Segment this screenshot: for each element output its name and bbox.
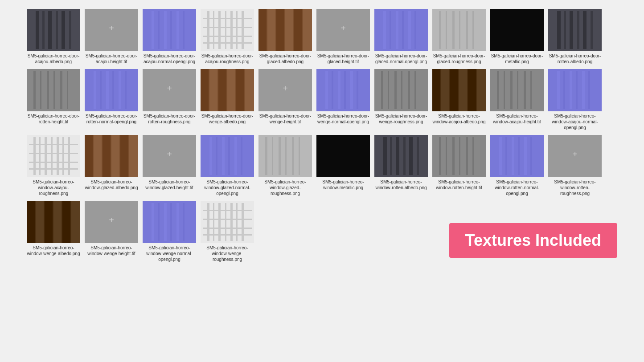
svg-rect-37 bbox=[374, 9, 428, 51]
texture-label: SM5-galician-horreo-door-acajou-roughnes… bbox=[201, 53, 254, 65]
svg-rect-141 bbox=[209, 137, 212, 175]
texture-label: SM5-galician-horreo-window-rotten-albedo… bbox=[374, 179, 428, 191]
svg-rect-153 bbox=[299, 137, 300, 175]
texture-item: SM5-galician-horreo-door-acajou-normal-o… bbox=[143, 9, 196, 65]
svg-rect-170 bbox=[499, 137, 502, 175]
texture-thumbnail bbox=[374, 135, 428, 177]
svg-rect-181 bbox=[45, 201, 53, 243]
texture-item: SM5-galician-horreo-window-glazed-normal… bbox=[201, 135, 254, 196]
svg-text:+: + bbox=[167, 83, 172, 93]
texture-item: SM5-galician-horreo-door-wenge-roughness… bbox=[374, 69, 428, 130]
svg-rect-108 bbox=[510, 71, 513, 109]
svg-rect-79 bbox=[227, 69, 235, 111]
svg-rect-191 bbox=[170, 203, 172, 241]
svg-rect-10 bbox=[152, 11, 154, 49]
svg-rect-143 bbox=[222, 137, 225, 175]
svg-rect-184 bbox=[71, 201, 80, 243]
texture-thumbnail bbox=[27, 201, 80, 243]
texture-item: SM5-galician-horreo-door-acajou-roughnes… bbox=[201, 9, 254, 65]
svg-rect-188 bbox=[152, 203, 154, 241]
svg-rect-42 bbox=[408, 11, 411, 49]
texture-thumbnail bbox=[201, 135, 254, 177]
svg-rect-92 bbox=[381, 71, 383, 109]
texture-thumbnail bbox=[201, 201, 254, 243]
textures-included-banner: Textures Included bbox=[449, 223, 617, 258]
texture-thumbnail bbox=[374, 9, 428, 51]
svg-rect-80 bbox=[236, 69, 244, 111]
texture-thumbnail bbox=[258, 9, 312, 51]
svg-rect-167 bbox=[466, 137, 468, 175]
svg-rect-115 bbox=[570, 71, 572, 109]
svg-rect-34 bbox=[303, 9, 312, 51]
svg-rect-169 bbox=[490, 135, 544, 177]
svg-rect-27 bbox=[203, 42, 252, 44]
svg-rect-134 bbox=[103, 135, 111, 177]
svg-rect-149 bbox=[272, 137, 273, 175]
texture-thumbnail bbox=[548, 9, 602, 51]
svg-rect-175 bbox=[530, 137, 532, 175]
svg-rect-192 bbox=[176, 203, 179, 241]
svg-rect-104 bbox=[477, 69, 486, 111]
texture-thumbnail bbox=[201, 9, 254, 51]
texture-item: + SM5-galician-horreo-window-wenge-heigh… bbox=[85, 201, 138, 262]
texture-thumbnail bbox=[316, 135, 370, 177]
svg-rect-69 bbox=[106, 71, 109, 109]
svg-rect-30 bbox=[267, 9, 275, 51]
svg-rect-183 bbox=[62, 201, 70, 243]
svg-rect-137 bbox=[129, 135, 138, 177]
texture-label: SM5-galician-horreo-window-acajou-height… bbox=[490, 113, 544, 125]
texture-thumbnail bbox=[27, 69, 80, 111]
svg-rect-96 bbox=[408, 71, 410, 109]
svg-rect-68 bbox=[100, 71, 102, 109]
svg-rect-166 bbox=[459, 137, 460, 175]
texture-thumbnail bbox=[258, 135, 312, 177]
texture-thumbnail bbox=[201, 69, 254, 111]
svg-rect-165 bbox=[452, 137, 455, 175]
svg-rect-50 bbox=[472, 11, 474, 49]
svg-rect-5 bbox=[62, 11, 65, 49]
texture-thumbnail: + bbox=[548, 135, 602, 177]
svg-rect-154 bbox=[316, 135, 370, 177]
texture-thumbnail: + bbox=[258, 69, 312, 111]
texture-thumbnail bbox=[143, 201, 196, 243]
texture-label: SM5-galician-horreo-window-wenge-normal-… bbox=[143, 245, 196, 262]
svg-rect-52 bbox=[548, 9, 602, 51]
svg-text:+: + bbox=[109, 215, 114, 225]
svg-rect-127 bbox=[29, 144, 78, 145]
svg-rect-13 bbox=[170, 11, 172, 49]
svg-rect-84 bbox=[316, 69, 370, 111]
texture-thumbnail bbox=[85, 69, 138, 111]
texture-thumbnail: + bbox=[316, 9, 370, 51]
svg-rect-136 bbox=[120, 135, 128, 177]
svg-rect-130 bbox=[29, 168, 78, 170]
svg-rect-66 bbox=[85, 69, 138, 111]
svg-rect-140 bbox=[201, 135, 254, 177]
svg-rect-112 bbox=[548, 69, 602, 111]
svg-rect-0 bbox=[27, 9, 80, 51]
svg-rect-159 bbox=[403, 137, 406, 175]
texture-item: SM5-galician-horreo-window-acajou-albedo… bbox=[432, 69, 486, 130]
texture-item: SM5-galician-horreo-window-rotten-normal… bbox=[490, 135, 544, 196]
texture-item: SM5-galician-horreo-door-metallic.png bbox=[490, 9, 544, 65]
texture-thumbnail bbox=[143, 9, 196, 51]
svg-rect-128 bbox=[29, 153, 78, 154]
svg-rect-71 bbox=[119, 71, 121, 109]
svg-rect-60 bbox=[33, 71, 36, 109]
texture-thumbnail bbox=[432, 9, 486, 51]
texture-item: SM5-galician-horreo-door-rotten-height.t… bbox=[27, 69, 80, 130]
svg-rect-49 bbox=[466, 11, 468, 49]
texture-item: SM5-galician-horreo-window-glazed-albedo… bbox=[85, 135, 138, 196]
svg-rect-24 bbox=[203, 18, 252, 19]
svg-rect-56 bbox=[577, 11, 579, 49]
svg-rect-106 bbox=[497, 71, 499, 109]
svg-rect-144 bbox=[228, 137, 230, 175]
svg-rect-4 bbox=[56, 11, 58, 49]
svg-rect-150 bbox=[279, 137, 281, 175]
svg-rect-102 bbox=[459, 69, 467, 111]
texture-item: SM5-galician-horreo-door-rotten-normal-o… bbox=[85, 69, 138, 130]
svg-rect-47 bbox=[452, 11, 455, 49]
texture-item: SM5-galician-horreo-door-acajou-albedo.p… bbox=[27, 9, 80, 65]
svg-rect-15 bbox=[183, 11, 185, 49]
texture-thumbnail bbox=[432, 135, 486, 177]
svg-rect-171 bbox=[505, 137, 507, 175]
